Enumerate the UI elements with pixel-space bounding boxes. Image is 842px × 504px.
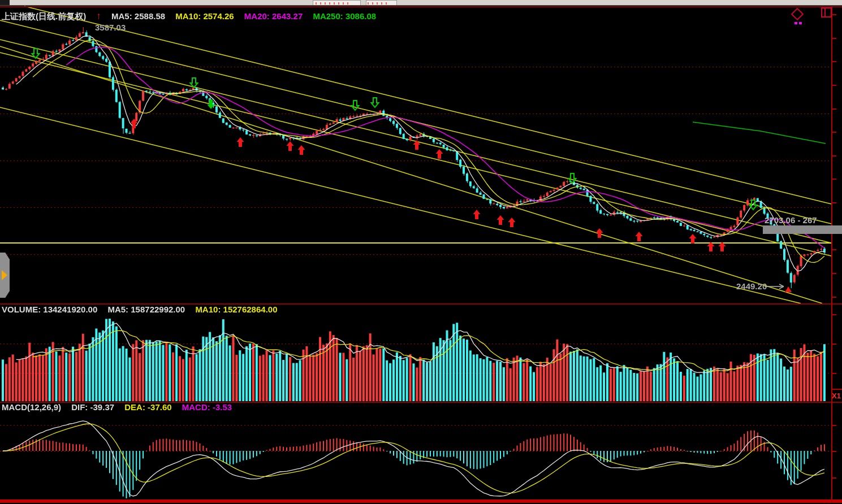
dif-value: DIF: -39.37 xyxy=(71,402,114,412)
macd-pane-header: MACD(12,26,9) DIF: -39.37 DEA: -37.60 MA… xyxy=(2,402,240,412)
ma250-value: MA250: 3086.08 xyxy=(313,11,376,21)
drawline-tooltip-label: 2703.06 - 267 xyxy=(765,215,817,225)
peak-price-label: 3587.03 xyxy=(95,23,126,32)
ma10-value: MA10: 2574.26 xyxy=(175,11,234,21)
toolbar-button-partial-2[interactable] xyxy=(366,0,397,5)
magenta-dot-icon xyxy=(799,22,802,24)
restore-window-icon[interactable] xyxy=(821,7,832,18)
expand-arrow-icon xyxy=(2,270,7,280)
tick-up-arrow-icon: ↑ xyxy=(96,11,101,21)
low-price-label: 2449.20 xyxy=(736,281,767,291)
toolbar-corner xyxy=(0,0,10,5)
volume-ma10-value: MA10: 152762864.00 xyxy=(195,305,277,314)
price-pane-header: 上证指数(日线.前复权) ↑ MA5: 2588.58 MA10: 2574.2… xyxy=(2,11,384,22)
ma20-value: MA20: 2643.27 xyxy=(244,11,303,21)
volume-pane-header: VOLUME: 134241920.00 MA5: 158722992.00 M… xyxy=(2,305,285,314)
drawline-tooltip-bar xyxy=(763,225,842,234)
top-toolbar xyxy=(0,0,842,6)
volume-value: VOLUME: 134241920.00 xyxy=(2,305,97,314)
toolbar-button-partial-1[interactable] xyxy=(313,0,361,5)
sidebar-expand-handle[interactable] xyxy=(0,253,10,298)
magenta-dot-icon xyxy=(794,22,797,24)
pane-layout-tag[interactable]: X1 xyxy=(832,392,841,400)
macd-name: MACD(12,26,9) xyxy=(2,402,61,412)
ma5-value: MA5: 2588.58 xyxy=(111,11,165,21)
macd-value: MACD: -3.53 xyxy=(182,402,232,412)
chart-canvas[interactable] xyxy=(0,0,842,504)
volume-ma5-value: MA5: 158722992.00 xyxy=(107,305,185,314)
dea-value: DEA: -37.60 xyxy=(124,402,171,412)
tdx-trading-app-window: 上证指数(日线.前复权) ↑ MA5: 2588.58 MA10: 2574.2… xyxy=(0,0,842,504)
instrument-title: 上证指数(日线.前复权) xyxy=(2,11,86,21)
